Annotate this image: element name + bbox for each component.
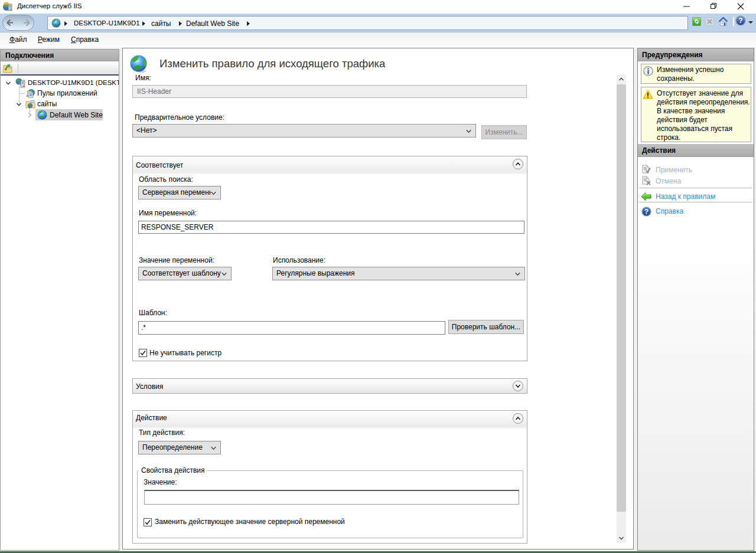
svg-text:?: ? xyxy=(738,17,742,25)
svg-text:?: ? xyxy=(644,208,649,216)
